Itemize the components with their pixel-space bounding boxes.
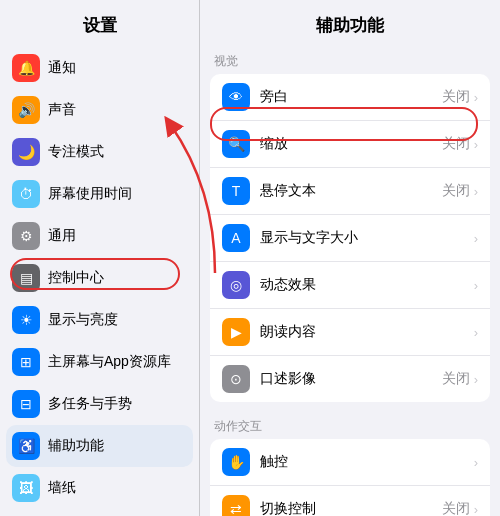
focus-icon: 🌙 — [12, 138, 40, 166]
display-text-icon: A — [222, 224, 250, 252]
sidebar-item-label-general: 通用 — [48, 227, 76, 245]
right-item-value-hover-text: 关闭 — [442, 182, 470, 200]
right-item-label-hover-text: 悬停文本 — [260, 182, 442, 200]
right-item-motion[interactable]: ◎动态效果› — [210, 262, 490, 309]
display-icon: ☀ — [12, 306, 40, 334]
left-items-list: 🔔通知🔊声音🌙专注模式⏱屏幕使用时间⚙通用▤控制中心☀显示与亮度⊞主屏幕与App… — [0, 47, 199, 516]
zoom-icon: 🔍 — [222, 130, 250, 158]
sidebar-item-accessibility[interactable]: ♿辅助功能 — [6, 425, 193, 467]
voiceover-icon: 👁 — [222, 83, 250, 111]
sidebar-item-siri[interactable]: ◉Siri与搜索 — [0, 509, 199, 516]
sound-icon: 🔊 — [12, 96, 40, 124]
right-item-touch[interactable]: ✋触控› — [210, 439, 490, 486]
control-center-icon: ▤ — [12, 264, 40, 292]
right-item-voiceover[interactable]: 👁旁白关闭› — [210, 74, 490, 121]
right-item-label-spoken-content: 朗读内容 — [260, 323, 474, 341]
chevron-icon-display-text: › — [474, 231, 478, 246]
section-card-0: 👁旁白关闭›🔍缩放关闭›T悬停文本关闭›A显示与文字大小›◎动态效果›▶朗读内容… — [210, 74, 490, 402]
audio-description-icon: ⊙ — [222, 365, 250, 393]
right-item-label-display-text: 显示与文字大小 — [260, 229, 474, 247]
left-panel: 设置 🔔通知🔊声音🌙专注模式⏱屏幕使用时间⚙通用▤控制中心☀显示与亮度⊞主屏幕与… — [0, 0, 200, 516]
right-item-zoom[interactable]: 🔍缩放关闭› — [210, 121, 490, 168]
section-label-0: 视觉 — [200, 47, 500, 74]
chevron-icon-audio-description: › — [474, 372, 478, 387]
accessibility-icon: ♿ — [12, 432, 40, 460]
right-item-label-motion: 动态效果 — [260, 276, 474, 294]
multitask-icon: ⊟ — [12, 390, 40, 418]
switch-control-icon: ⇄ — [222, 495, 250, 516]
right-item-label-audio-description: 口述影像 — [260, 370, 442, 388]
chevron-icon-voiceover: › — [474, 90, 478, 105]
home-icon: ⊞ — [12, 348, 40, 376]
section-label-1: 动作交互 — [200, 412, 500, 439]
touch-icon: ✋ — [222, 448, 250, 476]
sidebar-item-control-center[interactable]: ▤控制中心 — [0, 257, 199, 299]
sidebar-item-notification[interactable]: 🔔通知 — [0, 47, 199, 89]
sidebar-item-label-accessibility: 辅助功能 — [48, 437, 104, 455]
right-item-value-audio-description: 关闭 — [442, 370, 470, 388]
right-sections: 视觉👁旁白关闭›🔍缩放关闭›T悬停文本关闭›A显示与文字大小›◎动态效果›▶朗读… — [200, 47, 500, 516]
sidebar-item-label-sound: 声音 — [48, 101, 76, 119]
sidebar-item-home[interactable]: ⊞主屏幕与App资源库 — [0, 341, 199, 383]
sidebar-item-focus[interactable]: 🌙专注模式 — [0, 131, 199, 173]
chevron-icon-hover-text: › — [474, 184, 478, 199]
left-panel-title: 设置 — [0, 0, 199, 47]
right-item-value-zoom: 关闭 — [442, 135, 470, 153]
right-panel: 辅助功能 视觉👁旁白关闭›🔍缩放关闭›T悬停文本关闭›A显示与文字大小›◎动态效… — [200, 0, 500, 516]
sidebar-item-sound[interactable]: 🔊声音 — [0, 89, 199, 131]
sidebar-item-display[interactable]: ☀显示与亮度 — [0, 299, 199, 341]
right-item-audio-description[interactable]: ⊙口述影像关闭› — [210, 356, 490, 402]
right-item-label-voiceover: 旁白 — [260, 88, 442, 106]
sidebar-item-general[interactable]: ⚙通用 — [0, 215, 199, 257]
right-item-label-zoom: 缩放 — [260, 135, 442, 153]
wallpaper-icon: 🖼 — [12, 474, 40, 502]
right-panel-title: 辅助功能 — [200, 0, 500, 47]
right-item-label-touch: 触控 — [260, 453, 474, 471]
motion-icon: ◎ — [222, 271, 250, 299]
sidebar-item-wallpaper[interactable]: 🖼墙纸 — [0, 467, 199, 509]
chevron-icon-switch-control: › — [474, 502, 478, 517]
sidebar-item-label-control-center: 控制中心 — [48, 269, 104, 287]
right-item-label-switch-control: 切换控制 — [260, 500, 442, 516]
right-item-value-voiceover: 关闭 — [442, 88, 470, 106]
right-item-value-switch-control: 关闭 — [442, 500, 470, 516]
general-icon: ⚙ — [12, 222, 40, 250]
sidebar-item-label-multitask: 多任务与手势 — [48, 395, 132, 413]
notification-icon: 🔔 — [12, 54, 40, 82]
sidebar-item-label-wallpaper: 墙纸 — [48, 479, 76, 497]
sidebar-item-multitask[interactable]: ⊟多任务与手势 — [0, 383, 199, 425]
right-item-switch-control[interactable]: ⇄切换控制关闭› — [210, 486, 490, 516]
sidebar-item-label-notification: 通知 — [48, 59, 76, 77]
sidebar-item-screen-time[interactable]: ⏱屏幕使用时间 — [0, 173, 199, 215]
chevron-icon-spoken-content: › — [474, 325, 478, 340]
chevron-icon-touch: › — [474, 455, 478, 470]
spoken-content-icon: ▶ — [222, 318, 250, 346]
right-item-hover-text[interactable]: T悬停文本关闭› — [210, 168, 490, 215]
chevron-icon-motion: › — [474, 278, 478, 293]
sidebar-item-label-home: 主屏幕与App资源库 — [48, 353, 171, 371]
section-card-1: ✋触控›⇄切换控制关闭›🎤语音控制关闭›⊡主屏幕按钮›📺Apple TV遥控器›… — [210, 439, 490, 516]
chevron-icon-zoom: › — [474, 137, 478, 152]
hover-text-icon: T — [222, 177, 250, 205]
sidebar-item-label-display: 显示与亮度 — [48, 311, 118, 329]
right-item-display-text[interactable]: A显示与文字大小› — [210, 215, 490, 262]
screen-time-icon: ⏱ — [12, 180, 40, 208]
right-item-spoken-content[interactable]: ▶朗读内容› — [210, 309, 490, 356]
sidebar-item-label-focus: 专注模式 — [48, 143, 104, 161]
sidebar-item-label-screen-time: 屏幕使用时间 — [48, 185, 132, 203]
